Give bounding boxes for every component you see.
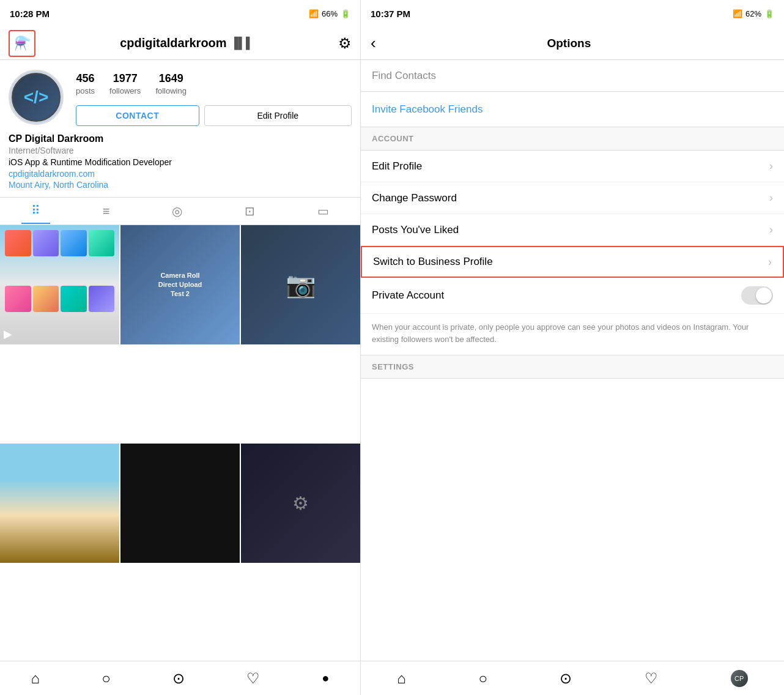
right-likes-nav-icon[interactable]: ♡ [645,670,658,687]
private-account-row: Private Account [361,278,784,314]
posts-liked-chevron-icon: › [769,223,773,236]
home-nav-icon[interactable]: ⌂ [31,670,40,687]
logo-wrap[interactable]: ⚗️ [9,30,35,57]
left-status-time: 10:28 PM [10,9,50,19]
right-battery-icon: 🔋 [764,9,774,18]
stat-following[interactable]: 1649 following [155,72,187,95]
private-desc-text: When your account is private, only peopl… [372,322,749,344]
options-list: Find Contacts Invite Facebook Friends AC… [361,60,784,661]
app-icon [89,286,115,312]
bio-link[interactable]: cpdigitaldarkroom.com [9,169,352,179]
grid-item[interactable]: ▶ [0,225,119,344]
profile-right: 456 posts 1977 followers 1649 following … [76,70,352,126]
right-top-nav: ‹ Options [361,27,784,60]
right-status-time: 10:37 PM [371,9,410,19]
invite-facebook-row[interactable]: Invite Facebook Friends [361,92,784,127]
app-icon [33,286,59,312]
posts-label: posts [76,86,95,95]
list-tab-icon[interactable]: ≡ [93,199,120,223]
private-account-description: When your account is private, only peopl… [361,314,784,355]
grid-tab-icon[interactable]: ⠿ [21,198,50,224]
content-tab-bar: ⠿ ≡ ◎ ⊡ ▭ [0,197,360,225]
contact-button[interactable]: CONTACT [76,105,199,126]
avatar-initials: CP [734,675,744,682]
find-contacts-text: Find Contacts [372,70,436,82]
camera-nav-icon[interactable]: ⊙ [172,670,185,687]
change-password-menu-item[interactable]: Change Password › [361,182,784,214]
right-status-bar: 10:37 PM 📶 62% 🔋 [361,0,784,27]
right-status-icons: 📶 62% 🔋 [733,9,774,18]
battery-level: 66% [322,9,338,18]
avatar: </> [9,70,64,125]
right-wifi-icon: 📶 [733,9,742,18]
private-account-label: Private Account [372,289,444,302]
tag-tab-icon[interactable]: ⊡ [235,199,265,223]
gear-icon[interactable]: ⚙ [338,35,352,52]
bar-chart-icon: ▐▌▌ [231,37,254,50]
grid-item[interactable] [0,444,119,563]
grid-item[interactable]: Camera RollDirect UploadTest 2 [120,225,240,344]
stats-row: 456 posts 1977 followers 1649 following [76,72,352,95]
battery-icon: 🔋 [341,9,350,18]
app-icon [61,230,87,256]
switch-business-chevron-icon: › [768,256,772,269]
photo-grid: ▶ Camera RollDirect UploadTest 2 📷 ⚙ [0,225,360,661]
change-password-label: Change Password [372,192,457,204]
app-icon [5,230,31,256]
account-section-header: ACCOUNT [361,127,784,151]
left-bottom-nav: ⌂ ○ ⊙ ♡ ● [0,661,360,695]
switch-business-label: Switch to Business Profile [373,256,493,268]
edit-profile-chevron-icon: › [769,160,773,173]
play-icon: ▶ [4,327,12,341]
right-panel: 10:37 PM 📶 62% 🔋 ‹ Options Find Contacts… [361,0,784,695]
edit-profile-menu-item[interactable]: Edit Profile › [361,151,784,182]
grid-item[interactable]: ⚙ [241,444,360,563]
followers-label: followers [109,86,141,95]
app-icon [89,230,115,256]
switch-business-menu-item[interactable]: Switch to Business Profile › [361,246,784,278]
wifi-icon: 📶 [309,9,319,18]
stat-followers[interactable]: 1977 followers [109,72,141,95]
bio-location: Mount Airy, North Carolina [9,180,352,190]
posts-liked-menu-item[interactable]: Posts You've Liked › [361,214,784,246]
grid-item[interactable] [120,444,240,563]
search-nav-icon[interactable]: ○ [102,670,111,687]
profile-section: </> 456 posts 1977 followers 1649 follow… [0,60,360,133]
right-search-nav-icon[interactable]: ○ [478,670,487,687]
right-battery-level: 62% [745,9,761,18]
app-icon [5,286,31,312]
private-account-toggle[interactable] [741,286,773,305]
username-nav: cpdigitaldarkroom ▐▌▌ [120,36,254,50]
right-camera-nav-icon[interactable]: ⊙ [560,670,572,687]
left-status-icons: 📶 66% 🔋 [309,9,350,18]
invite-facebook-text: Invite Facebook Friends [372,103,483,116]
likes-nav-icon[interactable]: ♡ [246,670,260,687]
following-count: 1649 [159,72,183,85]
flask-icon: ⚗️ [14,35,31,51]
edit-profile-button-left[interactable]: Edit Profile [204,105,352,126]
profile-nav-icon[interactable]: ● [322,671,329,685]
bio-category: Internet/Software [9,146,352,155]
followers-count: 1977 [113,72,138,85]
right-bottom-nav: ⌂ ○ ⊙ ♡ CP [361,661,784,695]
edit-profile-label: Edit Profile [372,160,422,173]
tv-tab-icon[interactable]: ▭ [308,199,339,223]
right-home-nav-icon[interactable]: ⌂ [397,670,406,687]
back-button[interactable]: ‹ [371,34,376,53]
avatar-inner: </> [12,73,61,122]
following-label: following [155,86,187,95]
bio-desc: iOS App & Runtime Modification Developer [9,157,352,167]
location-tab-icon[interactable]: ◎ [162,199,192,223]
left-top-nav: ⚗️ cpdigitaldarkroom ▐▌▌ ⚙ [0,27,360,60]
find-contacts-row[interactable]: Find Contacts [361,60,784,92]
right-profile-avatar[interactable]: CP [731,670,748,687]
grid-item[interactable]: 📷 [241,225,360,344]
username-text: cpdigitaldarkroom [120,36,226,50]
options-title: Options [386,37,752,50]
camera-icon: 📷 [286,270,316,299]
left-status-bar: 10:28 PM 📶 66% 🔋 [0,0,360,27]
grid-item-text: Camera RollDirect UploadTest 2 [158,270,202,299]
settings-section-header: SETTINGS [361,355,784,379]
toggle-knob [756,288,772,303]
posts-count: 456 [76,72,95,85]
